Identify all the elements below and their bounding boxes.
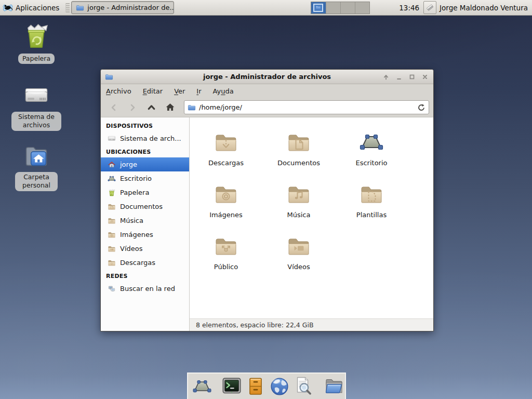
desktop-icon-label: Papelera: [18, 54, 55, 64]
taskbar-window-label: jorge - Administrador de...: [87, 4, 174, 11]
sidebar-header-devices: DISPOSITIVOS: [101, 119, 189, 131]
forward-button[interactable]: [124, 100, 141, 115]
window-app-icon: [105, 73, 113, 81]
trash-full-icon: [22, 22, 51, 51]
web-browser-launcher[interactable]: [269, 376, 290, 397]
path-text: /home/jorge/: [199, 103, 414, 111]
harddisk-icon: [22, 83, 51, 109]
toolbar: /home/jorge/: [101, 98, 433, 117]
shade-button[interactable]: [382, 73, 390, 81]
folder-video-icon: [286, 234, 311, 259]
dock: [187, 373, 346, 399]
home-folder-icon: [23, 142, 50, 169]
folder-share-icon: [214, 234, 238, 259]
maximize-button[interactable]: [408, 73, 416, 81]
file-item-imagenes[interactable]: Imágenes: [190, 179, 262, 231]
sidebar-item-papelera[interactable]: Papelera: [101, 185, 189, 200]
workspace-3[interactable]: [340, 2, 355, 14]
file-item-escritorio[interactable]: Escritorio: [335, 127, 408, 179]
close-button[interactable]: [421, 73, 429, 81]
mini-window: [313, 4, 323, 12]
file-item-publico[interactable]: Público: [190, 231, 262, 283]
sidebar-item-buscar-red[interactable]: Buscar en la red: [101, 282, 189, 296]
file-cabinet-launcher[interactable]: [246, 376, 265, 397]
show-desktop-button[interactable]: [192, 376, 212, 397]
panel-handle[interactable]: [65, 3, 70, 12]
menu-ir[interactable]: Ir: [196, 87, 201, 95]
folder-download-icon: [214, 130, 238, 155]
file-manager-window: jorge - Administrador de archivos Arc: [100, 69, 434, 331]
home-button[interactable]: [161, 100, 179, 115]
search-files-launcher[interactable]: [294, 376, 314, 397]
menu-ver[interactable]: Ver: [174, 87, 185, 95]
minimize-button[interactable]: [395, 73, 403, 81]
up-button[interactable]: [142, 100, 160, 115]
menubar: Archivo Editar Ver Ir Ayuda: [101, 84, 433, 98]
file-manager-launcher[interactable]: [324, 376, 344, 397]
xfce-logo-icon: [3, 3, 13, 13]
workspace-2[interactable]: [326, 2, 340, 14]
desktop-icon-label: Carpeta personal: [15, 172, 58, 191]
sidebar-item-imagenes[interactable]: Imágenes: [101, 228, 189, 242]
sidebar-item-videos[interactable]: Vídeos: [101, 242, 189, 256]
reload-icon[interactable]: [417, 103, 425, 112]
desktop-icon: [359, 130, 384, 155]
menu-archivo[interactable]: Archivo: [106, 87, 131, 95]
sidebar: DISPOSITIVOS Sistema de arch... UBICACIO…: [101, 117, 190, 331]
status-bar: 8 elementos, espacio libre: 22,4 GiB: [190, 318, 433, 331]
sidebar-header-network: REDES: [101, 270, 189, 282]
user-name: Jorge Maldonado Ventura: [440, 4, 528, 12]
file-item-plantillas[interactable]: Plantillas: [335, 179, 408, 231]
sidebar-header-places: UBICACIONES: [101, 145, 189, 157]
workspace-1[interactable]: [311, 2, 326, 14]
desktop-icon-label: Sistema de archivos: [11, 112, 61, 131]
desktop-icon-filesystem[interactable]: Sistema de archivos: [6, 83, 66, 131]
eraser-icon: [425, 3, 435, 12]
file-item-videos[interactable]: Vídeos: [262, 231, 335, 283]
session-action-button[interactable]: [423, 1, 436, 14]
path-bar[interactable]: /home/jorge/: [184, 100, 429, 114]
folder-document-icon: [286, 130, 311, 155]
back-button[interactable]: [105, 100, 123, 115]
top-panel: Aplicaciones jorge - Administrador de...…: [0, 0, 532, 16]
sidebar-item-filesystem[interactable]: Sistema de arch...: [101, 131, 189, 145]
file-item-descargas[interactable]: Descargas: [190, 127, 262, 179]
status-text: 8 elementos, espacio libre: 22,4 GiB: [196, 321, 314, 329]
folder-camera-icon: [214, 182, 238, 207]
clock: 13:46: [399, 4, 419, 12]
sidebar-item-documentos[interactable]: Documentos: [101, 200, 189, 214]
folder-template-icon: [359, 182, 384, 207]
sidebar-item-escritorio[interactable]: Escritorio: [101, 171, 189, 185]
sidebar-item-descargas[interactable]: Descargas: [101, 256, 189, 270]
folder-music-icon: [286, 182, 311, 207]
terminal-launcher[interactable]: [221, 376, 242, 397]
file-view: Descargas Documentos Escritorio Imágenes: [190, 117, 433, 331]
taskbar-window-button[interactable]: jorge - Administrador de...: [71, 1, 174, 14]
path-folder-icon: [188, 103, 196, 112]
sidebar-item-jorge[interactable]: jorge: [101, 157, 189, 171]
workspace-pager: [311, 2, 370, 14]
folder-icon: [76, 4, 84, 12]
file-item-documentos[interactable]: Documentos: [262, 127, 335, 179]
workspace-4[interactable]: [355, 2, 369, 14]
sidebar-item-musica[interactable]: Música: [101, 214, 189, 228]
applications-menu-button[interactable]: Aplicaciones: [0, 1, 63, 15]
applications-label: Aplicaciones: [16, 4, 59, 12]
desktop-icon-trash[interactable]: Papelera: [6, 22, 66, 64]
desktop-wallpaper: Papelera Sistema de archivos Carpeta per…: [0, 0, 532, 399]
menu-editar[interactable]: Editar: [143, 87, 163, 95]
file-item-musica[interactable]: Música: [262, 179, 335, 231]
titlebar[interactable]: jorge - Administrador de archivos: [101, 70, 433, 84]
desktop-icon-home[interactable]: Carpeta personal: [6, 142, 66, 191]
menu-ayuda[interactable]: Ayuda: [213, 87, 234, 95]
